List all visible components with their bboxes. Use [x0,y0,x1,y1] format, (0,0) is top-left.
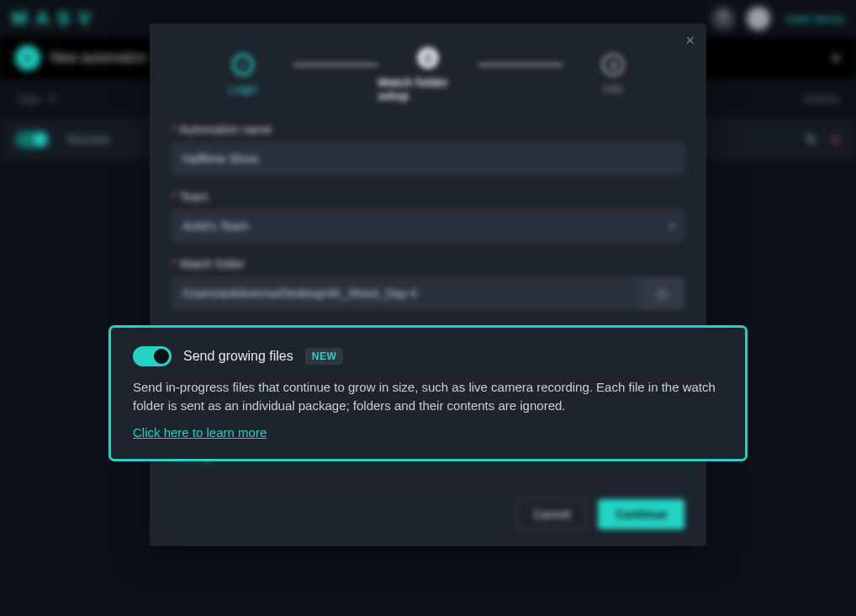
page-title: New automation [50,50,148,66]
automation-name-input[interactable] [172,143,684,175]
browse-folder-button[interactable]: 🗀 [641,277,684,309]
row-type-label: Receive [67,133,110,146]
step-login-label: Login [229,82,257,96]
cancel-button[interactable]: Cancel [516,499,589,529]
col-type: Type [17,92,40,105]
edit-icon[interactable]: ✎ [806,132,816,148]
setup-modal: × Login 2 Watch folder setup 3 Info *Aut… [150,24,706,546]
new-badge: NEW [305,348,344,365]
step-info-label: Info [603,82,622,96]
name-label: Automation name [179,123,272,136]
continue-button[interactable]: Continue [598,499,684,529]
step-watch-icon: 2 [417,47,439,69]
learn-more-link[interactable]: Click here to learn more [133,425,267,440]
folder-label: Watch folder [179,257,245,271]
growing-files-title: Send growing files [183,349,293,364]
chevron-down-icon: ▾ [669,220,674,232]
modal-close-icon[interactable]: × [685,32,695,50]
delete-icon[interactable]: ✕ [830,132,841,148]
col-actions: Actions [803,92,839,105]
growing-files-description: Send in-progress files that continue to … [133,378,723,415]
avatar[interactable] [747,7,770,30]
step-info-icon: 3 [602,54,624,76]
team-label: Team [179,190,208,203]
user-name[interactable]: Ankit Verma [785,13,844,25]
step-login-icon [232,54,254,76]
brand-logo: MASV [12,8,99,29]
plus-icon[interactable]: + [15,45,40,71]
growing-files-callout: Send growing files NEW Send in-progress … [109,326,747,461]
help-icon[interactable]: ? [711,7,735,30]
close-icon[interactable]: × [831,49,841,68]
row-toggle[interactable] [15,131,49,148]
watch-folder-input[interactable] [172,277,641,309]
stepper: Login 2 Watch folder setup 3 Info [172,47,684,103]
growing-files-toggle[interactable] [133,346,172,366]
col-count: 0 [49,92,55,105]
team-select[interactable] [172,210,684,242]
step-watch-label: Watch folder setup [378,76,478,103]
